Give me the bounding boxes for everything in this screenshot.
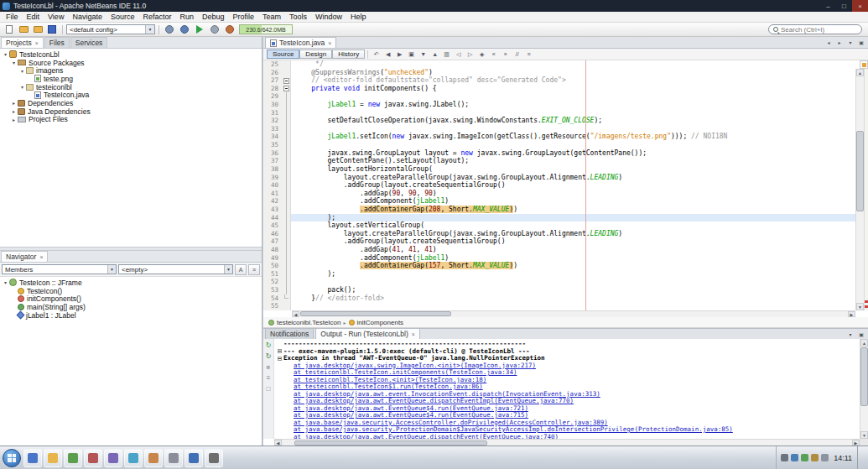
fold-margin[interactable] bbox=[282, 76, 291, 85]
quick-search[interactable] bbox=[768, 24, 862, 34]
navigator-tree-item[interactable]: ▾TesteIcon :: JFrame bbox=[0, 279, 262, 287]
code-line[interactable]: 55 bbox=[263, 302, 855, 310]
navigator-tree-item[interactable]: TesteIcon() bbox=[0, 287, 262, 295]
close-button[interactable]: × bbox=[852, 0, 868, 12]
sort-source-button[interactable]: ≡ bbox=[248, 264, 260, 275]
menu-source[interactable]: Source bbox=[107, 12, 139, 22]
breadcrumb-item[interactable]: testeiconlbl.TesteIcon bbox=[277, 319, 341, 326]
code-line[interactable]: 52 bbox=[263, 278, 855, 286]
view-source-button[interactable]: Source bbox=[267, 50, 299, 59]
scroll-tabs-left-button[interactable]: ◂ bbox=[824, 38, 834, 47]
projects-tree-item[interactable]: TesteIcon.java bbox=[0, 91, 262, 99]
taskbar-app-icon[interactable] bbox=[44, 449, 62, 467]
editor-tab-testeicon-java[interactable]: TesteIcon.java× bbox=[265, 37, 336, 48]
fold-icon[interactable] bbox=[276, 355, 283, 362]
scrollbar-thumb[interactable] bbox=[856, 131, 864, 211]
code-line[interactable]: 46 layout.createParallelGroup(javax.swin… bbox=[263, 230, 855, 238]
scroll-up-icon[interactable]: ▲ bbox=[856, 69, 864, 76]
code-line[interactable]: 42 .addComponent(jLabel1) bbox=[263, 197, 855, 206]
navigator-tree-item[interactable]: initComponents() bbox=[0, 294, 262, 303]
start-button[interactable] bbox=[3, 449, 21, 467]
expander-icon[interactable]: ▸ bbox=[10, 117, 18, 122]
menu-view[interactable]: View bbox=[44, 12, 68, 22]
toggle-bookmark-icon[interactable]: ◈ bbox=[476, 50, 487, 60]
expander-icon[interactable]: ▾ bbox=[10, 60, 18, 65]
projects-tree-item[interactable]: ▾imagens bbox=[0, 66, 262, 75]
search-input[interactable] bbox=[781, 26, 857, 34]
comment-icon[interactable]: // bbox=[512, 50, 522, 60]
find-selection-icon[interactable]: ▣ bbox=[406, 50, 417, 60]
code-line[interactable]: 27 // <editor-fold defaultstate="collaps… bbox=[263, 76, 855, 85]
menu-navigate[interactable]: Navigate bbox=[68, 12, 107, 22]
stop-button[interactable]: ■ bbox=[264, 362, 273, 372]
output-tab-output-run-testeiconlbl[interactable]: Output - Run (TesteIconLbl)× bbox=[315, 328, 420, 339]
scrollbar-thumb[interactable] bbox=[300, 311, 451, 316]
code-line[interactable]: 28 private void initComponents() { bbox=[263, 85, 855, 93]
rerun-button[interactable]: ↻ bbox=[264, 341, 273, 350]
close-tab-icon[interactable]: × bbox=[328, 40, 331, 46]
expander-icon[interactable]: ▾ bbox=[18, 84, 26, 90]
navigator-tree-item[interactable]: jLabel1 : JLabel bbox=[0, 311, 262, 320]
code-line[interactable]: 44 ); bbox=[263, 214, 855, 222]
rerun-with-options-button[interactable]: ↻ bbox=[264, 352, 273, 361]
next-bookmark-icon[interactable]: ▷ bbox=[465, 50, 476, 60]
navigator-filter-select[interactable]: <empty> ▼ bbox=[118, 264, 233, 274]
taskbar-app-icon[interactable] bbox=[144, 449, 163, 467]
fold-margin[interactable] bbox=[282, 85, 291, 93]
code-line[interactable]: 54 }// </editor-fold> bbox=[263, 294, 855, 303]
scroll-down-icon[interactable]: ▼ bbox=[856, 303, 864, 310]
projects-tree-item[interactable]: ▸Java Dependencies bbox=[0, 107, 262, 116]
output-console[interactable]: ----------------------------------------… bbox=[274, 339, 860, 439]
tray-icon[interactable] bbox=[791, 454, 798, 461]
code-line[interactable]: 32 setDefaultCloseOperation(javax.swing.… bbox=[263, 117, 855, 125]
taskbar-app-icon[interactable] bbox=[185, 449, 203, 467]
maximize-editor-button[interactable]: ▣ bbox=[856, 38, 866, 47]
code-line[interactable]: 45 layout.setVerticalGroup( bbox=[263, 221, 855, 230]
open-project-button[interactable] bbox=[31, 23, 44, 36]
code-line[interactable]: 37 getContentPane().setLayout(layout); bbox=[263, 157, 855, 165]
code-line[interactable]: 48 .addGap(41, 41, 41) bbox=[263, 246, 855, 254]
build-project-button[interactable] bbox=[163, 23, 176, 36]
code-line[interactable]: 43 .addContainerGap(208, Short.MAX_VALUE… bbox=[263, 206, 855, 214]
tab-list-button[interactable]: ▾ bbox=[845, 38, 855, 47]
projects-tree-item[interactable]: ▸Dependencies bbox=[0, 99, 262, 107]
close-tab-icon[interactable]: × bbox=[35, 40, 39, 46]
minimize-button[interactable]: – bbox=[820, 0, 836, 12]
tray-icon[interactable] bbox=[821, 454, 829, 461]
output-horizontal-scrollbar[interactable]: ◀ ▶ bbox=[274, 439, 860, 446]
panel-tab-projects[interactable]: Projects× bbox=[1, 37, 44, 48]
menu-window[interactable]: Window bbox=[311, 12, 346, 22]
taskbar-app-icon[interactable] bbox=[84, 449, 102, 467]
uncomment-icon[interactable]: ≡ bbox=[523, 50, 534, 60]
breadcrumb-item[interactable]: initComponents bbox=[357, 319, 404, 326]
projects-tree-item[interactable]: ▾Source Packages bbox=[0, 59, 262, 67]
minimize-output-button[interactable]: ▾ bbox=[845, 330, 855, 339]
find-next-icon[interactable]: ▼ bbox=[418, 50, 429, 60]
run-project-button[interactable] bbox=[193, 23, 206, 36]
close-tab-icon[interactable]: × bbox=[39, 254, 43, 260]
scroll-right-icon[interactable]: ▶ bbox=[852, 440, 860, 446]
panel-tab-files[interactable]: Files bbox=[44, 37, 70, 48]
new-file-button[interactable] bbox=[3, 23, 16, 36]
code-line[interactable]: 53 pack(); bbox=[263, 286, 855, 294]
code-line[interactable]: 29 bbox=[263, 92, 855, 101]
panel-tab-navigator[interactable]: Navigator× bbox=[1, 251, 48, 262]
menu-file[interactable]: File bbox=[2, 12, 23, 22]
output-tab-notifications[interactable]: Notifications bbox=[265, 328, 314, 339]
expander-icon[interactable]: ▾ bbox=[18, 68, 26, 74]
code-line[interactable]: 40 .addGroup(layout.createSequentialGrou… bbox=[263, 181, 855, 190]
view-design-button[interactable]: Design bbox=[299, 50, 332, 59]
maximize-button[interactable]: □ bbox=[836, 0, 852, 12]
sort-alpha-button[interactable]: A bbox=[235, 264, 247, 275]
maximize-output-button[interactable]: ▣ bbox=[856, 330, 866, 339]
code-line[interactable]: 51 ); bbox=[263, 270, 855, 279]
previous-bookmark-icon[interactable]: ◁ bbox=[453, 50, 464, 60]
scroll-tabs-right-button[interactable]: ▸ bbox=[834, 38, 845, 47]
code-line[interactable]: 25 */ bbox=[263, 60, 855, 69]
scroll-right-icon[interactable]: ▶ bbox=[848, 311, 855, 317]
code-line[interactable]: 26 @SuppressWarnings("unchecked") bbox=[263, 69, 855, 77]
code-line[interactable]: 39 layout.createParallelGroup(javax.swin… bbox=[263, 174, 855, 182]
last-edit-icon[interactable]: ↶ bbox=[371, 50, 382, 60]
expander-icon[interactable]: ▾ bbox=[2, 51, 9, 57]
menu-debug[interactable]: Debug bbox=[198, 12, 229, 22]
